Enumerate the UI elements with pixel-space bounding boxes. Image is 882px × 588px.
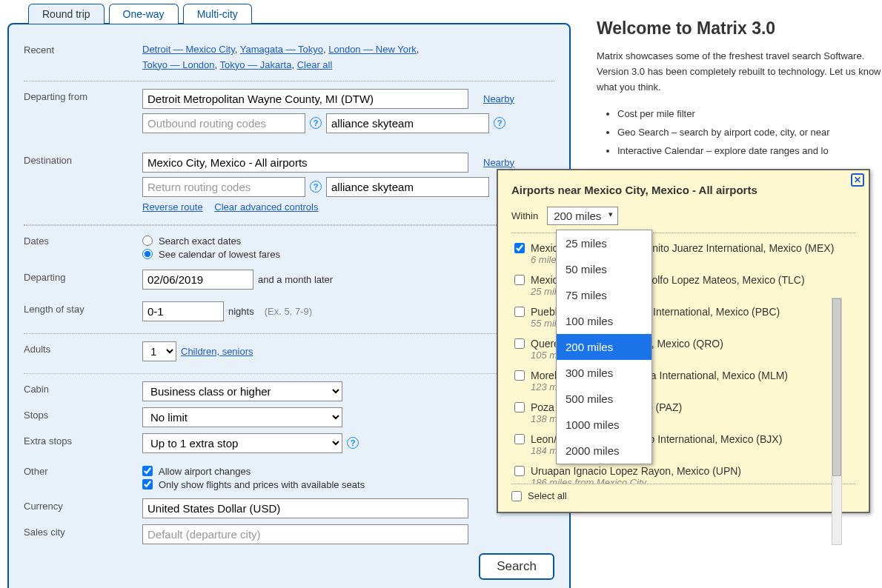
stops-label: Stops <box>24 407 142 421</box>
within-option[interactable]: 1000 miles <box>557 412 651 438</box>
within-option[interactable]: 2000 miles <box>557 438 651 464</box>
dates-exact-label: Search exact dates <box>159 235 241 247</box>
recent-link[interactable]: London — New York <box>328 44 417 55</box>
cabin-label: Cabin <box>24 381 142 395</box>
allow-airport-changes-label: Allow airport changes <box>159 466 251 477</box>
nearby-airports-popup: ✕ Airports near Mexico City, Mexico - Al… <box>497 169 870 513</box>
allow-airport-changes-checkbox[interactable] <box>142 466 153 476</box>
destination-input[interactable] <box>142 153 468 173</box>
length-of-stay-input[interactable] <box>142 301 224 321</box>
airport-checkbox[interactable] <box>514 370 525 381</box>
welcome-paragraph: Matrix showcases some of the freshest tr… <box>597 49 882 95</box>
departing-label: Departing <box>24 270 142 283</box>
dates-label: Dates <box>24 233 142 247</box>
airport-checkbox[interactable] <box>514 275 525 285</box>
tab-one-way[interactable]: One-way <box>109 4 179 24</box>
within-option[interactable]: 100 miles <box>557 308 651 334</box>
nights-hint: (Ex. 5, 7-9) <box>265 306 312 317</box>
departing-from-input[interactable] <box>142 89 468 109</box>
help-icon[interactable]: ? <box>494 117 505 129</box>
within-option[interactable]: 200 miles <box>557 334 651 360</box>
within-option[interactable]: 25 miles <box>557 230 651 256</box>
within-option[interactable]: 75 miles <box>557 282 651 308</box>
airport-checkbox[interactable] <box>514 307 525 317</box>
popup-title: Airports near Mexico City, Mexico - All … <box>511 184 855 196</box>
select-all-label: Select all <box>528 490 567 501</box>
available-seats-label: Only show flights and prices with availa… <box>159 479 365 490</box>
recent-links: Detroit — Mexico City, Yamagata — Tokyo,… <box>142 42 554 73</box>
currency-label: Currency <box>24 498 142 512</box>
dates-exact-radio[interactable] <box>142 235 153 246</box>
welcome-bullet: Interactive Calendar – explore date rang… <box>617 142 882 161</box>
select-all-checkbox[interactable] <box>511 491 522 501</box>
return-routing-input[interactable] <box>142 177 305 197</box>
recent-link[interactable]: Yamagata — Tokyo <box>240 44 323 55</box>
airport-checkbox[interactable] <box>514 243 525 253</box>
tab-multi-city[interactable]: Multi-city <box>183 4 252 24</box>
welcome-title: Welcome to Matrix 3.0 <box>597 19 882 39</box>
search-panel: Recent Detroit — Mexico City, Yamagata —… <box>7 23 571 588</box>
close-icon[interactable]: ✕ <box>851 173 864 187</box>
children-seniors-link[interactable]: Children, seniors <box>181 346 253 357</box>
help-icon[interactable]: ? <box>310 117 322 129</box>
welcome-bullet: Geo Search – search by airport code, cit… <box>617 124 882 142</box>
tab-round-trip[interactable]: Round trip <box>28 4 105 24</box>
within-dropdown-list: 25 miles50 miles75 miles100 miles200 mil… <box>556 230 652 464</box>
airport-checkbox[interactable] <box>514 434 525 444</box>
destination-nearby-link[interactable]: Nearby <box>483 157 514 168</box>
clear-advanced-link[interactable]: Clear advanced controls <box>214 201 318 213</box>
dates-calendar-radio[interactable] <box>142 249 153 259</box>
within-option[interactable]: 50 miles <box>557 256 651 282</box>
departing-nearby-link[interactable]: Nearby <box>483 93 514 104</box>
recent-link[interactable]: Tokyo — Jakarta <box>220 59 292 70</box>
departing-from-label: Departing from <box>24 89 142 102</box>
search-button[interactable]: Search <box>479 553 554 580</box>
airport-name: Uruapan Ignacio Lopez Rayon, Mexico (UPN… <box>531 465 741 477</box>
airport-checkbox[interactable] <box>514 402 525 412</box>
outbound-routing-input[interactable] <box>142 113 305 133</box>
help-icon[interactable]: ? <box>310 181 322 193</box>
recent-link[interactable]: Tokyo — London <box>142 59 215 70</box>
airport-checkbox[interactable] <box>514 466 525 476</box>
adults-label: Adults <box>24 341 142 355</box>
help-icon[interactable]: ? <box>347 437 359 449</box>
length-of-stay-label: Length of stay <box>24 301 142 315</box>
sales-city-input[interactable] <box>142 524 468 544</box>
return-alliance-input[interactable] <box>326 177 489 197</box>
adults-select[interactable]: 1 <box>142 341 176 361</box>
reverse-route-link[interactable]: Reverse route <box>142 201 203 213</box>
destination-label: Destination <box>24 153 142 166</box>
recent-label: Recent <box>24 42 142 56</box>
airport-checkbox[interactable] <box>514 338 525 349</box>
currency-input[interactable] <box>142 498 468 518</box>
within-option[interactable]: 300 miles <box>557 360 651 386</box>
airport-distance: 186 miles from Mexico City <box>531 477 855 484</box>
and-month-later-label: and a month later <box>258 274 333 285</box>
within-option[interactable]: 500 miles <box>557 386 651 412</box>
other-label: Other <box>24 464 142 477</box>
nights-label: nights <box>228 306 254 317</box>
scrollbar-thumb[interactable] <box>832 298 841 476</box>
outbound-alliance-input[interactable] <box>326 113 489 133</box>
cabin-select[interactable]: Business class or higher <box>142 381 342 401</box>
extra-stops-label: Extra stops <box>24 433 142 447</box>
dates-calendar-label: See calendar of lowest fares <box>159 249 280 260</box>
scrollbar[interactable] <box>832 298 842 545</box>
within-select[interactable]: 200 miles <box>547 207 618 225</box>
departing-date-input[interactable] <box>142 270 253 290</box>
stops-select[interactable]: No limit <box>142 407 342 427</box>
sales-city-label: Sales city <box>24 524 142 538</box>
extra-stops-select[interactable]: Up to 1 extra stop <box>142 433 342 453</box>
available-seats-checkbox[interactable] <box>142 479 153 490</box>
welcome-bullet: Cost per mile filter <box>617 105 882 124</box>
within-label: Within <box>511 210 538 221</box>
recent-clear-all[interactable]: Clear all <box>297 59 333 70</box>
recent-link[interactable]: Detroit — Mexico City <box>142 44 235 55</box>
